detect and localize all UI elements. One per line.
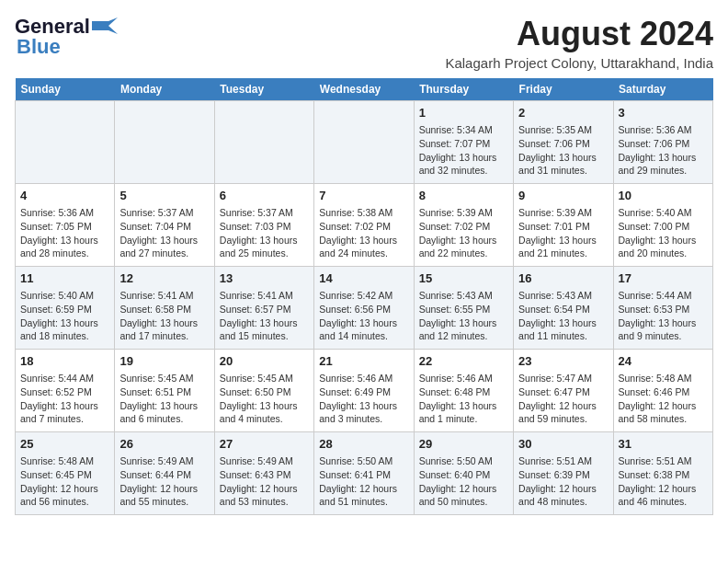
day-cell: 27Sunrise: 5:49 AM Sunset: 6:43 PM Dayli… [214, 432, 313, 515]
day-number: 23 [518, 353, 608, 370]
day-number: 7 [319, 188, 408, 204]
day-cell: 4Sunrise: 5:36 AM Sunset: 7:05 PM Daylig… [16, 184, 115, 267]
day-number: 8 [419, 188, 508, 204]
week-row-5: 25Sunrise: 5:48 AM Sunset: 6:45 PM Dayli… [16, 432, 713, 515]
day-cell [214, 101, 313, 184]
day-info: Sunrise: 5:40 AM Sunset: 6:59 PM Dayligh… [20, 289, 109, 343]
day-cell: 31Sunrise: 5:51 AM Sunset: 6:38 PM Dayli… [613, 432, 712, 515]
day-cell: 18Sunrise: 5:44 AM Sunset: 6:52 PM Dayli… [16, 350, 115, 432]
week-row-2: 4Sunrise: 5:36 AM Sunset: 7:05 PM Daylig… [16, 184, 713, 267]
day-cell [16, 101, 115, 184]
day-info: Sunrise: 5:36 AM Sunset: 7:05 PM Dayligh… [20, 206, 109, 260]
day-number: 2 [518, 105, 608, 121]
day-number: 13 [220, 270, 309, 287]
day-number: 17 [619, 270, 708, 287]
calendar-table: SundayMondayTuesdayWednesdayThursdayFrid… [15, 78, 713, 515]
page-header: General Blue August 2024 Kalagarh Projec… [15, 15, 713, 71]
day-info: Sunrise: 5:40 AM Sunset: 7:00 PM Dayligh… [619, 206, 708, 260]
day-info: Sunrise: 5:43 AM Sunset: 6:54 PM Dayligh… [518, 289, 608, 343]
day-info: Sunrise: 5:41 AM Sunset: 6:57 PM Dayligh… [220, 289, 309, 343]
day-info: Sunrise: 5:50 AM Sunset: 6:41 PM Dayligh… [319, 454, 408, 509]
day-cell: 10Sunrise: 5:40 AM Sunset: 7:00 PM Dayli… [613, 184, 712, 267]
day-number: 14 [319, 270, 408, 287]
day-info: Sunrise: 5:47 AM Sunset: 6:47 PM Dayligh… [518, 372, 608, 426]
day-number: 15 [419, 270, 508, 287]
day-cell: 20Sunrise: 5:45 AM Sunset: 6:50 PM Dayli… [214, 350, 313, 432]
day-number: 24 [619, 353, 708, 370]
calendar-header-row: SundayMondayTuesdayWednesdayThursdayFrid… [16, 78, 713, 101]
header-sunday: Sunday [16, 78, 115, 101]
day-number: 20 [220, 353, 309, 370]
svg-marker-0 [92, 17, 118, 34]
day-info: Sunrise: 5:41 AM Sunset: 6:58 PM Dayligh… [119, 289, 209, 343]
day-cell: 1Sunrise: 5:34 AM Sunset: 7:07 PM Daylig… [414, 101, 513, 184]
day-number: 1 [419, 105, 508, 121]
day-cell: 5Sunrise: 5:37 AM Sunset: 7:04 PM Daylig… [115, 184, 214, 267]
header-wednesday: Wednesday [314, 78, 414, 101]
day-number: 10 [619, 188, 708, 204]
day-info: Sunrise: 5:45 AM Sunset: 6:50 PM Dayligh… [220, 372, 309, 426]
logo: General Blue [15, 15, 118, 59]
day-number: 27 [220, 436, 309, 453]
day-cell: 13Sunrise: 5:41 AM Sunset: 6:57 PM Dayli… [214, 267, 313, 350]
day-info: Sunrise: 5:45 AM Sunset: 6:51 PM Dayligh… [119, 372, 209, 426]
day-cell: 23Sunrise: 5:47 AM Sunset: 6:47 PM Dayli… [514, 350, 613, 432]
day-number: 30 [518, 436, 608, 453]
day-cell: 26Sunrise: 5:49 AM Sunset: 6:44 PM Dayli… [115, 432, 214, 515]
day-cell: 14Sunrise: 5:42 AM Sunset: 6:56 PM Dayli… [314, 267, 414, 350]
day-cell [115, 101, 214, 184]
day-number: 19 [119, 353, 209, 370]
day-number: 29 [419, 436, 508, 453]
day-info: Sunrise: 5:44 AM Sunset: 6:53 PM Dayligh… [619, 289, 708, 343]
day-info: Sunrise: 5:37 AM Sunset: 7:03 PM Dayligh… [220, 206, 309, 260]
day-cell: 11Sunrise: 5:40 AM Sunset: 6:59 PM Dayli… [16, 267, 115, 350]
week-row-1: 1Sunrise: 5:34 AM Sunset: 7:07 PM Daylig… [16, 101, 713, 184]
day-number: 5 [119, 188, 209, 204]
day-cell: 2Sunrise: 5:35 AM Sunset: 7:06 PM Daylig… [514, 101, 613, 184]
day-info: Sunrise: 5:44 AM Sunset: 6:52 PM Dayligh… [20, 372, 109, 426]
day-info: Sunrise: 5:49 AM Sunset: 6:44 PM Dayligh… [119, 454, 209, 509]
day-cell: 29Sunrise: 5:50 AM Sunset: 6:40 PM Dayli… [414, 432, 513, 515]
day-info: Sunrise: 5:50 AM Sunset: 6:40 PM Dayligh… [419, 454, 508, 509]
header-monday: Monday [115, 78, 214, 101]
day-info: Sunrise: 5:35 AM Sunset: 7:06 PM Dayligh… [518, 123, 608, 178]
day-info: Sunrise: 5:48 AM Sunset: 6:46 PM Dayligh… [619, 372, 708, 426]
logo-blue: Blue [17, 35, 61, 59]
day-cell: 19Sunrise: 5:45 AM Sunset: 6:51 PM Dayli… [115, 350, 214, 432]
day-number: 31 [619, 436, 708, 453]
day-number: 11 [20, 270, 109, 287]
header-thursday: Thursday [414, 78, 513, 101]
day-number: 16 [518, 270, 608, 287]
day-info: Sunrise: 5:39 AM Sunset: 7:01 PM Dayligh… [518, 206, 608, 260]
day-number: 4 [20, 188, 109, 204]
header-saturday: Saturday [613, 78, 712, 101]
day-number: 18 [20, 353, 109, 370]
day-info: Sunrise: 5:43 AM Sunset: 6:55 PM Dayligh… [419, 289, 508, 343]
week-row-3: 11Sunrise: 5:40 AM Sunset: 6:59 PM Dayli… [16, 267, 713, 350]
subtitle: Kalagarh Project Colony, Uttarakhand, In… [445, 55, 713, 71]
day-number: 28 [319, 436, 408, 453]
header-tuesday: Tuesday [214, 78, 313, 101]
day-cell: 8Sunrise: 5:39 AM Sunset: 7:02 PM Daylig… [414, 184, 513, 267]
day-cell: 15Sunrise: 5:43 AM Sunset: 6:55 PM Dayli… [414, 267, 513, 350]
day-cell [314, 101, 414, 184]
day-info: Sunrise: 5:51 AM Sunset: 6:38 PM Dayligh… [619, 454, 708, 509]
day-number: 22 [419, 353, 508, 370]
day-cell: 7Sunrise: 5:38 AM Sunset: 7:02 PM Daylig… [314, 184, 414, 267]
day-info: Sunrise: 5:37 AM Sunset: 7:04 PM Dayligh… [119, 206, 209, 260]
day-number: 25 [20, 436, 109, 453]
day-info: Sunrise: 5:48 AM Sunset: 6:45 PM Dayligh… [20, 454, 109, 509]
day-info: Sunrise: 5:46 AM Sunset: 6:48 PM Dayligh… [419, 372, 508, 426]
day-info: Sunrise: 5:49 AM Sunset: 6:43 PM Dayligh… [220, 454, 309, 509]
day-cell: 21Sunrise: 5:46 AM Sunset: 6:49 PM Dayli… [314, 350, 414, 432]
day-number: 3 [619, 105, 708, 121]
day-info: Sunrise: 5:39 AM Sunset: 7:02 PM Dayligh… [419, 206, 508, 260]
day-cell: 12Sunrise: 5:41 AM Sunset: 6:58 PM Dayli… [115, 267, 214, 350]
day-cell: 9Sunrise: 5:39 AM Sunset: 7:01 PM Daylig… [514, 184, 613, 267]
day-info: Sunrise: 5:36 AM Sunset: 7:06 PM Dayligh… [619, 123, 708, 178]
day-info: Sunrise: 5:38 AM Sunset: 7:02 PM Dayligh… [319, 206, 408, 260]
day-info: Sunrise: 5:42 AM Sunset: 6:56 PM Dayligh… [319, 289, 408, 343]
day-info: Sunrise: 5:46 AM Sunset: 6:49 PM Dayligh… [319, 372, 408, 426]
day-number: 9 [518, 188, 608, 204]
week-row-4: 18Sunrise: 5:44 AM Sunset: 6:52 PM Dayli… [16, 350, 713, 432]
